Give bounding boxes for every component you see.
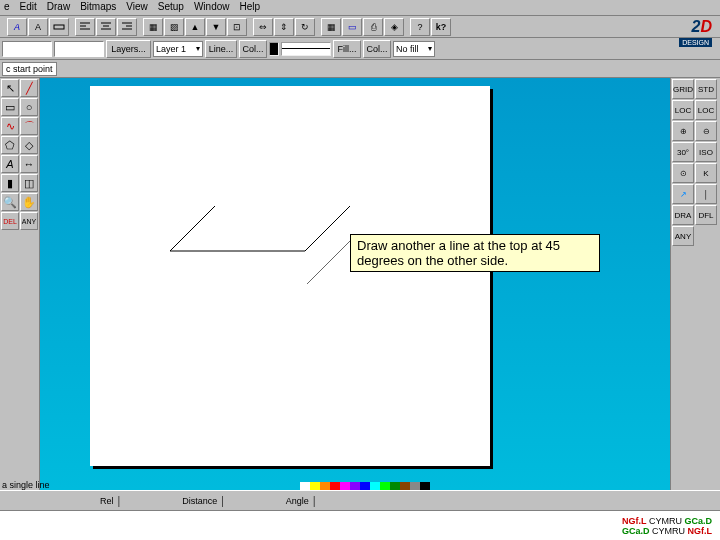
- dra-button[interactable]: DRA: [672, 205, 694, 225]
- main-toolbar: A A ▦ ▨ ▲ ▼ ⊡ ⇔ ⇕ ↻ ▦ ▭ ⎙ ◈ ? k?: [0, 16, 720, 38]
- zoomout-icon[interactable]: ⊖: [695, 121, 717, 141]
- dfl-button[interactable]: DFL: [695, 205, 717, 225]
- y-input[interactable]: [54, 41, 104, 57]
- app-logo: 2D: [692, 18, 712, 36]
- fill-select[interactable]: No fill: [393, 41, 435, 57]
- canvas-area: Draw another a line at the top at 45 deg…: [40, 78, 670, 490]
- line-color-button[interactable]: Col...: [239, 40, 267, 58]
- menu-help[interactable]: Help: [239, 1, 260, 14]
- std-button[interactable]: STD: [695, 79, 717, 99]
- loc-button[interactable]: LOC: [672, 100, 694, 120]
- color-bar: [300, 482, 430, 490]
- align-left-icon[interactable]: [75, 18, 95, 36]
- angle30-button[interactable]: 30°: [672, 142, 694, 162]
- menu-edit[interactable]: Edit: [20, 1, 37, 14]
- help-icon[interactable]: ?: [410, 18, 430, 36]
- eraser-tool-icon[interactable]: ◫: [20, 174, 38, 192]
- rotate-icon[interactable]: ↻: [295, 18, 315, 36]
- polygon-tool-icon[interactable]: ⬠: [1, 136, 19, 154]
- tool-palette: ↖╱ ▭○ ∿⌒ ⬠◇ A↔ ▮◫ 🔍✋ DELANY: [0, 78, 40, 490]
- monitor-icon[interactable]: ▭: [342, 18, 362, 36]
- grid-toggle-icon[interactable]: ▦: [321, 18, 341, 36]
- svg-rect-0: [54, 25, 64, 29]
- menu-setup[interactable]: Setup: [158, 1, 184, 14]
- curve-tool-icon[interactable]: ∿: [1, 117, 19, 135]
- text-tool-icon[interactable]: A: [1, 155, 19, 173]
- color-swatch[interactable]: [360, 482, 370, 490]
- fill-tool-icon[interactable]: ▮: [1, 174, 19, 192]
- flip-h-icon[interactable]: ⇔: [253, 18, 273, 36]
- dim-tool-icon[interactable]: ↔: [20, 155, 38, 173]
- align-right-icon[interactable]: [117, 18, 137, 36]
- menubar: e Edit Draw Bitmaps View Setup Window He…: [0, 0, 720, 16]
- color-swatch[interactable]: [390, 482, 400, 490]
- zoom-tool-icon[interactable]: 🔍: [1, 193, 19, 211]
- drawing-canvas[interactable]: Draw another a line at the top at 45 deg…: [90, 86, 490, 466]
- align-center-icon[interactable]: [96, 18, 116, 36]
- del-tool-icon[interactable]: DEL: [1, 212, 19, 230]
- menu-window[interactable]: Window: [194, 1, 230, 14]
- preview-icon[interactable]: ◈: [384, 18, 404, 36]
- color-swatch[interactable]: [420, 482, 430, 490]
- status-bar: Rel│ Distance│ Angle│: [0, 490, 720, 510]
- rel-label: Rel: [100, 496, 114, 506]
- color-swatch[interactable]: [410, 482, 420, 490]
- zoomin-icon[interactable]: ⊕: [672, 121, 694, 141]
- rect-tool-icon[interactable]: ▭: [1, 98, 19, 116]
- color-swatch[interactable]: [340, 482, 350, 490]
- arc-tool-icon[interactable]: ⌒: [20, 117, 38, 135]
- x-input[interactable]: [2, 41, 52, 57]
- angle-label: Angle: [286, 496, 309, 506]
- menu-view[interactable]: View: [126, 1, 148, 14]
- any-button[interactable]: ANY: [672, 226, 694, 246]
- grid-button[interactable]: GRID: [672, 79, 694, 99]
- style-icon[interactable]: [49, 18, 69, 36]
- property-toolbar: Layers... Layer 1 Line... Col... Fill...…: [0, 38, 720, 60]
- snap-icon[interactable]: ⊙: [672, 163, 694, 183]
- print-icon[interactable]: ⎙: [363, 18, 383, 36]
- color-swatch[interactable]: [330, 482, 340, 490]
- k-button[interactable]: K: [695, 163, 717, 183]
- color-swatch[interactable]: [300, 482, 310, 490]
- select-tool-icon[interactable]: ↖: [1, 79, 19, 97]
- view-palette: GRIDSTD LOCLOC ⊕⊖ 30°ISO ⊙K ↗│ DRADFL AN…: [670, 78, 720, 490]
- back-icon[interactable]: ▼: [206, 18, 226, 36]
- group-icon[interactable]: ▦: [143, 18, 163, 36]
- color-swatch[interactable]: [380, 482, 390, 490]
- line-tool-icon[interactable]: ╱: [20, 79, 38, 97]
- layer-select[interactable]: Layer 1: [153, 41, 203, 57]
- color-swatch[interactable]: [350, 482, 360, 490]
- hint-bar: c start point: [0, 60, 720, 78]
- ungroup-icon[interactable]: ▨: [164, 18, 184, 36]
- svg-line-13: [307, 239, 352, 284]
- font-a-icon[interactable]: A: [28, 18, 48, 36]
- arrow-icon[interactable]: ↗: [672, 184, 694, 204]
- vline-icon[interactable]: │: [695, 184, 717, 204]
- text-tool-icon[interactable]: A: [7, 18, 27, 36]
- circle-tool-icon[interactable]: ○: [20, 98, 38, 116]
- color-swatch[interactable]: [370, 482, 380, 490]
- shape-tool-icon[interactable]: ◇: [20, 136, 38, 154]
- context-help-icon[interactable]: k?: [431, 18, 451, 36]
- start-point-label: c start point: [2, 62, 57, 76]
- instruction-tooltip: Draw another a line at the top at 45 deg…: [350, 234, 600, 272]
- lock-icon[interactable]: ⊡: [227, 18, 247, 36]
- fill-button[interactable]: Fill...: [333, 40, 361, 58]
- any-tool-icon[interactable]: ANY: [20, 212, 38, 230]
- color-swatch[interactable]: [310, 482, 320, 490]
- status-line: a single line: [2, 480, 50, 490]
- menu-draw[interactable]: Draw: [47, 1, 70, 14]
- iso-button[interactable]: ISO: [695, 142, 717, 162]
- color-swatch[interactable]: [400, 482, 410, 490]
- loc2-button[interactable]: LOC: [695, 100, 717, 120]
- pan-tool-icon[interactable]: ✋: [20, 193, 38, 211]
- menu-file[interactable]: e: [4, 1, 10, 14]
- fill-color-button[interactable]: Col...: [363, 40, 391, 58]
- line-button[interactable]: Line...: [205, 40, 237, 58]
- front-icon[interactable]: ▲: [185, 18, 205, 36]
- color-swatch[interactable]: [320, 482, 330, 490]
- layers-button[interactable]: Layers...: [106, 40, 151, 58]
- svg-line-12: [305, 206, 350, 251]
- flip-v-icon[interactable]: ⇕: [274, 18, 294, 36]
- menu-bitmaps[interactable]: Bitmaps: [80, 1, 116, 14]
